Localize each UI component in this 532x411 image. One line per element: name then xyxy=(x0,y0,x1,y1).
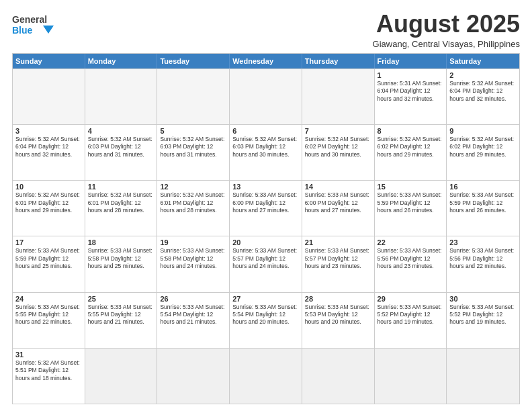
month-title: August 2025 xyxy=(373,11,520,38)
day-cell-1: 1Sunrise: 5:31 AM Sunset: 6:04 PM Daylig… xyxy=(375,69,447,124)
cell-info: Sunrise: 5:32 AM Sunset: 6:01 PM Dayligh… xyxy=(160,191,226,214)
empty-cell xyxy=(230,69,302,124)
day-number: 18 xyxy=(88,238,154,246)
calendar-row-4: 24Sunrise: 5:33 AM Sunset: 5:55 PM Dayli… xyxy=(13,292,519,348)
day-number: 22 xyxy=(378,238,444,246)
day-number: 26 xyxy=(160,295,226,303)
day-cell-9: 9Sunrise: 5:32 AM Sunset: 6:02 PM Daylig… xyxy=(447,125,519,180)
svg-marker-2 xyxy=(43,26,54,34)
empty-cell xyxy=(157,349,230,404)
day-number: 16 xyxy=(449,183,517,191)
calendar-row-1: 3Sunrise: 5:32 AM Sunset: 6:04 PM Daylig… xyxy=(13,124,519,180)
header-day-tuesday: Tuesday xyxy=(157,54,230,68)
cell-info: Sunrise: 5:33 AM Sunset: 5:56 PM Dayligh… xyxy=(378,247,444,270)
day-number: 10 xyxy=(15,183,82,191)
day-cell-16: 16Sunrise: 5:33 AM Sunset: 5:59 PM Dayli… xyxy=(447,181,519,236)
cell-info: Sunrise: 5:32 AM Sunset: 6:01 PM Dayligh… xyxy=(88,191,154,214)
title-area: August 2025 Giawang, Central Visayas, Ph… xyxy=(373,11,520,49)
day-number: 8 xyxy=(378,127,444,135)
day-cell-8: 8Sunrise: 5:32 AM Sunset: 6:02 PM Daylig… xyxy=(375,125,447,180)
empty-cell xyxy=(230,349,302,404)
cell-info: Sunrise: 5:33 AM Sunset: 5:58 PM Dayligh… xyxy=(160,247,226,270)
cell-info: Sunrise: 5:33 AM Sunset: 5:57 PM Dayligh… xyxy=(305,247,371,270)
cell-info: Sunrise: 5:33 AM Sunset: 5:52 PM Dayligh… xyxy=(378,304,444,326)
header-day-saturday: Saturday xyxy=(447,54,519,68)
day-cell-24: 24Sunrise: 5:33 AM Sunset: 5:55 PM Dayli… xyxy=(13,293,85,348)
day-cell-25: 25Sunrise: 5:33 AM Sunset: 5:55 PM Dayli… xyxy=(85,293,158,348)
day-number: 7 xyxy=(305,127,371,135)
day-number: 23 xyxy=(449,238,517,246)
calendar-body: 1Sunrise: 5:31 AM Sunset: 6:04 PM Daylig… xyxy=(13,68,519,404)
day-number: 4 xyxy=(88,127,154,135)
cell-info: Sunrise: 5:33 AM Sunset: 5:53 PM Dayligh… xyxy=(305,304,371,326)
cell-info: Sunrise: 5:32 AM Sunset: 6:02 PM Dayligh… xyxy=(378,136,444,158)
day-number: 17 xyxy=(15,238,82,246)
cell-info: Sunrise: 5:32 AM Sunset: 6:02 PM Dayligh… xyxy=(305,136,371,158)
cell-info: Sunrise: 5:33 AM Sunset: 6:00 PM Dayligh… xyxy=(305,191,371,214)
day-number: 19 xyxy=(160,238,226,246)
day-cell-20: 20Sunrise: 5:33 AM Sunset: 5:57 PM Dayli… xyxy=(230,236,302,291)
day-cell-18: 18Sunrise: 5:33 AM Sunset: 5:58 PM Dayli… xyxy=(85,236,158,291)
header: General Blue August 2025 Giawang, Centra… xyxy=(12,11,520,49)
day-cell-15: 15Sunrise: 5:33 AM Sunset: 5:59 PM Dayli… xyxy=(375,181,447,236)
day-number: 27 xyxy=(232,295,299,303)
day-cell-7: 7Sunrise: 5:32 AM Sunset: 6:02 PM Daylig… xyxy=(302,125,375,180)
empty-cell xyxy=(302,349,375,404)
header-day-friday: Friday xyxy=(375,54,447,68)
calendar-row-0: 1Sunrise: 5:31 AM Sunset: 6:04 PM Daylig… xyxy=(13,68,519,124)
cell-info: Sunrise: 5:33 AM Sunset: 5:54 PM Dayligh… xyxy=(160,304,226,326)
day-cell-26: 26Sunrise: 5:33 AM Sunset: 5:54 PM Dayli… xyxy=(157,293,230,348)
cell-info: Sunrise: 5:32 AM Sunset: 6:03 PM Dayligh… xyxy=(160,136,226,158)
day-cell-17: 17Sunrise: 5:33 AM Sunset: 5:59 PM Dayli… xyxy=(13,236,85,291)
empty-cell xyxy=(85,69,158,124)
day-cell-31: 31Sunrise: 5:32 AM Sunset: 5:51 PM Dayli… xyxy=(13,349,85,404)
day-cell-5: 5Sunrise: 5:32 AM Sunset: 6:03 PM Daylig… xyxy=(157,125,230,180)
empty-cell xyxy=(85,349,158,404)
day-number: 13 xyxy=(232,183,299,191)
empty-cell xyxy=(447,349,519,404)
cell-info: Sunrise: 5:33 AM Sunset: 5:57 PM Dayligh… xyxy=(232,247,299,270)
logo-svg: General Blue xyxy=(12,11,54,39)
day-number: 29 xyxy=(378,295,444,303)
cell-info: Sunrise: 5:33 AM Sunset: 6:00 PM Dayligh… xyxy=(232,191,299,214)
day-cell-13: 13Sunrise: 5:33 AM Sunset: 6:00 PM Dayli… xyxy=(230,181,302,236)
day-cell-27: 27Sunrise: 5:33 AM Sunset: 5:54 PM Dayli… xyxy=(230,293,302,348)
day-number: 31 xyxy=(15,351,82,359)
cell-info: Sunrise: 5:33 AM Sunset: 5:59 PM Dayligh… xyxy=(15,247,82,270)
svg-text:General: General xyxy=(12,14,47,25)
day-cell-22: 22Sunrise: 5:33 AM Sunset: 5:56 PM Dayli… xyxy=(375,236,447,291)
calendar-header: SundayMondayTuesdayWednesdayThursdayFrid… xyxy=(13,54,519,68)
day-cell-28: 28Sunrise: 5:33 AM Sunset: 5:53 PM Dayli… xyxy=(302,293,375,348)
day-cell-19: 19Sunrise: 5:33 AM Sunset: 5:58 PM Dayli… xyxy=(157,236,230,291)
day-number: 21 xyxy=(305,238,371,246)
header-day-wednesday: Wednesday xyxy=(230,54,302,68)
cell-info: Sunrise: 5:33 AM Sunset: 5:52 PM Dayligh… xyxy=(449,304,517,326)
day-cell-21: 21Sunrise: 5:33 AM Sunset: 5:57 PM Dayli… xyxy=(302,236,375,291)
cell-info: Sunrise: 5:33 AM Sunset: 5:59 PM Dayligh… xyxy=(449,191,517,214)
day-number: 24 xyxy=(15,295,82,303)
day-cell-4: 4Sunrise: 5:32 AM Sunset: 6:03 PM Daylig… xyxy=(85,125,158,180)
day-cell-30: 30Sunrise: 5:33 AM Sunset: 5:52 PM Dayli… xyxy=(447,293,519,348)
day-number: 1 xyxy=(378,71,444,79)
calendar-row-3: 17Sunrise: 5:33 AM Sunset: 5:59 PM Dayli… xyxy=(13,236,519,291)
cell-info: Sunrise: 5:32 AM Sunset: 5:51 PM Dayligh… xyxy=(15,359,82,382)
day-cell-10: 10Sunrise: 5:32 AM Sunset: 6:01 PM Dayli… xyxy=(13,181,85,236)
day-cell-11: 11Sunrise: 5:32 AM Sunset: 6:01 PM Dayli… xyxy=(85,181,158,236)
day-cell-23: 23Sunrise: 5:33 AM Sunset: 5:56 PM Dayli… xyxy=(447,236,519,291)
day-number: 9 xyxy=(449,127,517,135)
cell-info: Sunrise: 5:32 AM Sunset: 6:02 PM Dayligh… xyxy=(449,136,517,158)
cell-info: Sunrise: 5:33 AM Sunset: 5:55 PM Dayligh… xyxy=(15,304,82,326)
cell-info: Sunrise: 5:33 AM Sunset: 5:59 PM Dayligh… xyxy=(378,191,444,214)
page: General Blue August 2025 Giawang, Centra… xyxy=(0,0,532,411)
empty-cell xyxy=(13,69,85,124)
cell-info: Sunrise: 5:32 AM Sunset: 6:03 PM Dayligh… xyxy=(88,136,154,158)
day-number: 5 xyxy=(160,127,226,135)
header-day-sunday: Sunday xyxy=(13,54,85,68)
cell-info: Sunrise: 5:32 AM Sunset: 6:04 PM Dayligh… xyxy=(449,80,517,103)
day-number: 12 xyxy=(160,183,226,191)
day-number: 30 xyxy=(449,295,517,303)
logo: General Blue xyxy=(12,11,54,39)
calendar-row-5: 31Sunrise: 5:32 AM Sunset: 5:51 PM Dayli… xyxy=(13,348,519,404)
cell-info: Sunrise: 5:32 AM Sunset: 6:04 PM Dayligh… xyxy=(15,136,82,158)
empty-cell xyxy=(157,69,230,124)
